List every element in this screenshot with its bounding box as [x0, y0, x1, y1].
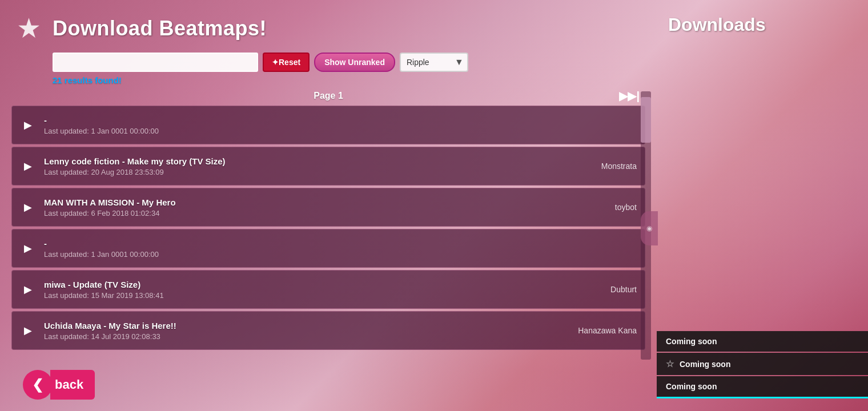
beatmap-list: ▶ - Last updated: 1 Jan 0001 00:00:00 ▶ … [11, 106, 645, 350]
beatmap-list-item[interactable]: ▶ MAN WITH A MISSION - My Hero Last upda… [11, 188, 645, 227]
beatmap-updated: Last updated: 14 Jul 2019 02:08:33 [44, 332, 570, 341]
scrollbar-thumb[interactable] [641, 97, 651, 143]
beatmap-updated: Last updated: 6 Feb 2018 01:02:34 [44, 209, 607, 217]
downloads-panel: Downloads Coming soon☆Coming soonComing … [657, 0, 868, 411]
download-star-icon: ☆ [666, 358, 674, 369]
scroll-indicator-icon: ◉ [641, 211, 658, 245]
download-item[interactable]: ☆Coming soon [657, 353, 868, 375]
beatmap-mapper: Monstrata [601, 162, 637, 171]
reset-button[interactable]: ✦Reset [263, 53, 310, 72]
download-item-label: Coming soon [680, 360, 730, 369]
header: ★ Download Beatmaps! [11, 11, 645, 46]
beatmap-title: Lenny code fiction - Make my story (TV S… [44, 156, 593, 166]
play-button[interactable]: ▶ [20, 323, 36, 339]
play-button[interactable]: ▶ [20, 281, 36, 297]
downloads-list: Coming soon☆Coming soonComing soon [657, 44, 868, 411]
search-row: ✦Reset Show Unranked Ripple Bancho Gatar… [53, 53, 645, 72]
beatmap-info: miwa - Update (TV Size) Last updated: 15… [44, 280, 602, 300]
star-icon: ★ [11, 11, 46, 46]
page-header: Page 1 ▶▶| [11, 91, 645, 101]
beatmap-updated: Last updated: 1 Jan 0001 00:00:00 [44, 250, 629, 259]
beatmap-mapper: toybot [615, 203, 637, 212]
beatmap-updated: Last updated: 1 Jan 0001 00:00:00 [44, 127, 629, 135]
beatmap-list-item[interactable]: ▶ Uchida Maaya - My Star is Here!! Last … [11, 311, 645, 350]
play-button[interactable]: ▶ [20, 199, 36, 215]
back-button[interactable]: ❮ back [23, 370, 95, 400]
main-panel: ★ Download Beatmaps! ✦Reset Show Unranke… [0, 0, 657, 411]
beatmap-mapper: Dubturt [610, 285, 637, 294]
download-item[interactable]: Coming soon [657, 331, 868, 352]
beatmap-info: Uchida Maaya - My Star is Here!! Last up… [44, 321, 570, 341]
play-button[interactable]: ▶ [20, 240, 36, 256]
beatmap-info: MAN WITH A MISSION - My Hero Last update… [44, 198, 607, 217]
play-button[interactable]: ▶ [20, 158, 36, 174]
show-unranked-button[interactable]: Show Unranked [314, 53, 395, 72]
beatmap-title: - [44, 239, 629, 248]
beatmap-title: - [44, 115, 629, 125]
beatmap-info: - Last updated: 1 Jan 0001 00:00:00 [44, 115, 629, 135]
back-label: back [50, 370, 95, 400]
results-count: 21 results found! [53, 75, 645, 85]
server-select[interactable]: Ripple Bancho Gatari [400, 53, 468, 72]
beatmap-info: - Last updated: 1 Jan 0001 00:00:00 [44, 239, 629, 259]
downloads-title: Downloads [657, 0, 868, 44]
beatmap-list-item[interactable]: ▶ miwa - Update (TV Size) Last updated: … [11, 270, 645, 309]
play-button[interactable]: ▶ [20, 117, 36, 133]
search-input[interactable] [53, 53, 258, 72]
beatmap-list-item[interactable]: ▶ Lenny code fiction - Make my story (TV… [11, 147, 645, 186]
beatmap-title: MAN WITH A MISSION - My Hero [44, 198, 607, 207]
beatmap-mapper: Hanazawa Kana [578, 326, 637, 335]
beatmap-updated: Last updated: 20 Aug 2018 23:53:09 [44, 168, 593, 176]
beatmap-title: Uchida Maaya - My Star is Here!! [44, 321, 570, 331]
next-page-button[interactable]: ▶▶| [619, 89, 640, 103]
beatmap-updated: Last updated: 15 Mar 2019 13:08:41 [44, 291, 602, 300]
download-item-label: Coming soon [666, 337, 717, 346]
server-select-wrapper: Ripple Bancho Gatari ▼ [400, 53, 468, 72]
page-title: Download Beatmaps! [53, 17, 267, 41]
download-item[interactable]: Coming soon [657, 376, 868, 398]
beatmap-title: miwa - Update (TV Size) [44, 280, 602, 289]
download-item-label: Coming soon [666, 382, 717, 391]
back-chevron-icon: ❮ [23, 370, 53, 400]
beatmap-info: Lenny code fiction - Make my story (TV S… [44, 156, 593, 176]
beatmap-list-item[interactable]: ▶ - Last updated: 1 Jan 0001 00:00:00 [11, 229, 645, 268]
page-label: Page 1 [314, 91, 343, 101]
beatmap-list-item[interactable]: ▶ - Last updated: 1 Jan 0001 00:00:00 [11, 106, 645, 144]
